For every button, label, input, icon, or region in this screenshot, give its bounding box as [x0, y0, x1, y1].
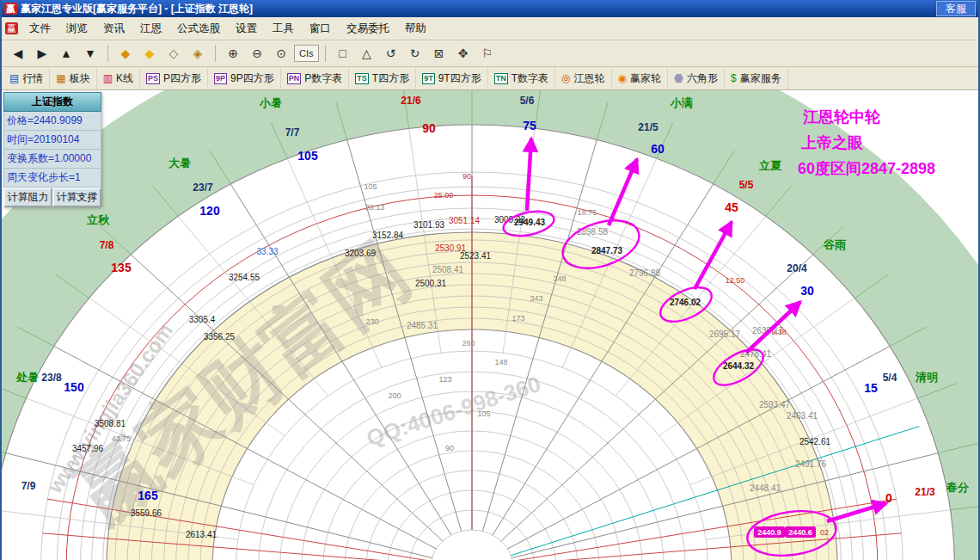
- module-9p[interactable]: 9P9P四方形: [208, 67, 281, 89]
- zoom-reset-icon[interactable]: ⊙: [270, 43, 292, 64]
- wheel-label: 2949.43: [514, 218, 546, 227]
- module-winner-wheel[interactable]: ◉赢家轮: [612, 67, 668, 89]
- wheel-label: 3254.55: [229, 273, 260, 282]
- module-gann-wheel[interactable]: ◎江恩轮: [555, 67, 611, 89]
- diamond-amber-icon[interactable]: ◆: [138, 43, 161, 64]
- wheel-label: 2613.41: [186, 530, 217, 539]
- wheel-label: 3508.81: [95, 419, 126, 428]
- wheel-label: 立夏: [758, 159, 782, 172]
- wheel-label: 90: [445, 444, 454, 452]
- wheel-label: 春分: [946, 481, 970, 494]
- module-ts[interactable]: TST四方形: [349, 67, 416, 89]
- module-kline[interactable]: ▥K线: [97, 67, 140, 89]
- wheel-label: 小满: [670, 96, 693, 109]
- blocks-icon: ▦: [56, 73, 65, 83]
- diamond-gold-icon[interactable]: ◆: [114, 43, 137, 64]
- rotate-right-icon[interactable]: ↻: [404, 43, 426, 64]
- wheel-label: 7/8: [100, 239, 114, 251]
- chart-area: 赢家财富网www.yingjia360.comQQ:4006-998-36090…: [2, 90, 978, 560]
- toolbar-modules: ▤行情▦板块▥K线PSP四方形9P9P四方形PNP数字表TST四方形9T9T四方…: [2, 67, 978, 90]
- wheel-label: 165: [138, 489, 158, 502]
- menu-item-4[interactable]: 江恩: [132, 19, 169, 39]
- price-badge-label: 2440.9: [757, 528, 781, 537]
- menubar-logo-icon: 赢: [5, 22, 18, 34]
- kefu-button[interactable]: 客服: [936, 1, 976, 16]
- wheel-label: 2448.41: [750, 483, 781, 493]
- index-name-header: 上证指数: [3, 92, 101, 112]
- menubar: 赢 文件浏览资讯江恩公式选股设置工具窗口交易委托帮助: [2, 17, 978, 40]
- wheel-label: 清明: [915, 371, 938, 384]
- module-pn[interactable]: PNP数字表: [281, 67, 350, 89]
- diamond-target-icon[interactable]: ◈: [187, 43, 209, 64]
- zoom-out-icon[interactable]: ⊖: [246, 43, 268, 64]
- flag-tool-icon[interactable]: ⚐: [476, 43, 499, 64]
- info-row-2: 时间=20190104: [3, 131, 101, 150]
- wheel-label: 105: [364, 182, 377, 191]
- ts-icon: TS: [355, 73, 369, 84]
- wheel-label: 3101.93: [413, 220, 445, 230]
- wheel-label: 30: [800, 284, 814, 298]
- gann-wheel-icon: ◎: [561, 73, 570, 83]
- move-tool-icon[interactable]: ✥: [452, 43, 475, 64]
- wheel-label: 5/4: [883, 372, 897, 384]
- wheel-label: 148: [494, 358, 507, 366]
- info-row-1: 价格=2440.9099: [3, 112, 101, 131]
- down-icon[interactable]: ▼: [79, 43, 101, 64]
- calc-resistance-button[interactable]: 计算阻力: [3, 188, 52, 207]
- wheel-label: 150: [64, 380, 84, 394]
- app-window: 赢 赢家江恩专业版[赢家服务平台] - [上证指数 江恩轮] 客服 赢 文件浏览…: [0, 0, 980, 560]
- menu-item-3[interactable]: 资讯: [95, 19, 132, 39]
- triangle-tool-icon[interactable]: △: [356, 43, 378, 64]
- tn-icon: TN: [494, 73, 508, 84]
- wheel-label: 12.50: [726, 276, 745, 285]
- prev-icon[interactable]: ◀: [7, 43, 29, 64]
- module-label: P四方形: [163, 71, 201, 86]
- module-blocks[interactable]: ▦板块: [50, 67, 96, 89]
- wheel-label: 230: [365, 317, 378, 326]
- wheel-label: 43.75: [112, 434, 132, 443]
- gann-wheel-canvas[interactable]: 赢家财富网www.yingjia360.comQQ:4006-998-36090…: [2, 90, 978, 560]
- quote-icon: ▤: [9, 73, 19, 83]
- wheel-label: 3457.96: [72, 444, 104, 453]
- next-icon[interactable]: ▶: [31, 43, 53, 64]
- wheel-label: 105: [297, 149, 318, 163]
- rect-tool-icon[interactable]: □: [332, 43, 354, 64]
- menu-item-6[interactable]: 设置: [228, 19, 265, 39]
- module-hexagon[interactable]: 六角形: [668, 67, 725, 89]
- wheel-label: 60: [651, 142, 665, 156]
- wheel-label: 25.00: [434, 191, 454, 200]
- wheel-label: 3305.4: [189, 315, 216, 324]
- wheel-label: 2508.41: [432, 265, 464, 274]
- calc-support-button[interactable]: 计算支撑: [52, 188, 101, 207]
- wheel-label: 2695.17: [709, 329, 741, 339]
- menu-item-8[interactable]: 窗口: [302, 19, 339, 39]
- wheel-label: 7/9: [21, 480, 36, 492]
- menu-item-1[interactable]: 文件: [21, 19, 58, 39]
- wheel-label: 33.33: [256, 247, 278, 256]
- module-9t[interactable]: 9T9T四方形: [416, 67, 488, 89]
- wheel-label: 3051.14: [449, 216, 481, 225]
- clear-tool-icon[interactable]: ⊠: [428, 43, 450, 64]
- winner-wheel-icon: ◉: [618, 73, 627, 83]
- menu-item-7[interactable]: 工具: [265, 19, 302, 39]
- menu-item-10[interactable]: 帮助: [397, 19, 434, 39]
- rotate-left-icon[interactable]: ↺: [380, 43, 402, 64]
- menu-item-9[interactable]: 交易委托: [339, 19, 397, 39]
- app-logo-icon: 赢: [4, 3, 17, 15]
- price-badge-label: 2440.6: [788, 528, 812, 537]
- module-ps[interactable]: PSP四方形: [140, 67, 208, 89]
- menu-item-5[interactable]: 公式选股: [169, 19, 228, 39]
- cis-button[interactable]: CIs: [294, 45, 319, 62]
- wheel-label: 3152.84: [372, 231, 404, 240]
- diamond-outline-icon[interactable]: ◇: [162, 43, 185, 64]
- ps-icon: PS: [146, 73, 160, 84]
- wheel-label: 200: [388, 391, 401, 400]
- wheel-label: 23/7: [193, 182, 213, 194]
- module-quote[interactable]: ▤行情: [3, 67, 50, 89]
- zoom-in-icon[interactable]: ⊕: [222, 43, 244, 64]
- module-service[interactable]: $赢家服务: [725, 67, 788, 89]
- module-tn[interactable]: TNT数字表: [488, 67, 555, 89]
- module-label: P数字表: [304, 71, 342, 86]
- menu-item-2[interactable]: 浏览: [58, 19, 95, 39]
- up-icon[interactable]: ▲: [55, 43, 77, 64]
